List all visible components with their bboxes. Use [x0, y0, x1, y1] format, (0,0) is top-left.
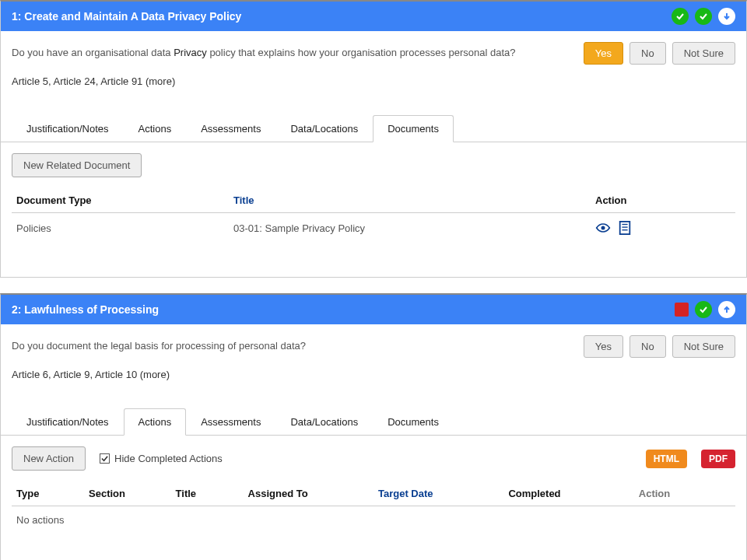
- answer-notsure-button[interactable]: Not Sure: [672, 42, 735, 65]
- tab-justification[interactable]: Justification/Notes: [12, 408, 124, 436]
- status-check-icon: [672, 8, 689, 25]
- answer-no-button[interactable]: No: [630, 335, 666, 358]
- table-row: Policies 03-01: Sample Privacy Policy: [12, 213, 735, 243]
- answer-notsure-button[interactable]: Not Sure: [672, 335, 735, 358]
- answer-no-button[interactable]: No: [630, 42, 666, 65]
- panel-2-tabs: Justification/Notes Actions Assessments …: [1, 408, 746, 436]
- panel-2: 2: Lawfulness of Processing Do you docum…: [0, 293, 747, 560]
- col-title: Title: [171, 481, 244, 506]
- col-section: Section: [84, 481, 171, 506]
- cell-doc-title: 03-01: Sample Privacy Policy: [229, 213, 591, 243]
- actions-table: Type Section Title Assigned To Target Da…: [12, 481, 735, 534]
- panel-1-header: 1: Create and Maintain A Data Privacy Po…: [1, 2, 746, 31]
- panel-1: 1: Create and Maintain A Data Privacy Po…: [0, 0, 747, 278]
- col-target-date[interactable]: Target Date: [374, 481, 503, 506]
- cell-doc-type: Policies: [12, 213, 229, 243]
- panel-1-question: Do you have an organisational data Priva…: [12, 42, 576, 61]
- panel-1-articles[interactable]: Article 5, Article 24, Article 91 (more): [12, 75, 735, 87]
- panel-1-tab-body: New Related Document Document Type Title…: [1, 142, 746, 277]
- panel-2-question: Do you document the legal basis for proc…: [12, 335, 576, 354]
- export-pdf-button[interactable]: PDF: [701, 450, 735, 468]
- status-alert-icon: [675, 303, 689, 317]
- svg-point-0: [601, 226, 605, 230]
- svg-rect-1: [620, 222, 630, 234]
- answer-yes-button[interactable]: Yes: [584, 335, 623, 358]
- tab-actions[interactable]: Actions: [124, 408, 187, 436]
- documents-table: Document Type Title Action Policies 03-0…: [12, 188, 735, 243]
- tab-assessments[interactable]: Assessments: [186, 408, 275, 436]
- empty-message: No actions: [12, 506, 735, 534]
- panel-2-articles[interactable]: Article 6, Article 9, Article 10 (more): [12, 369, 735, 380]
- checkbox-icon: [100, 453, 110, 464]
- export-html-button[interactable]: HTML: [646, 450, 687, 468]
- col-doc-type: Document Type: [12, 188, 229, 213]
- new-related-document-button[interactable]: New Related Document: [12, 153, 142, 177]
- view-icon[interactable]: [595, 222, 611, 233]
- panel-2-header-icons: [675, 301, 735, 318]
- panel-2-title: 2: Lawfulness of Processing: [12, 303, 675, 316]
- status-check-icon: [695, 301, 712, 318]
- panel-1-header-icons: [672, 8, 735, 25]
- panel-2-body: Do you document the legal basis for proc…: [1, 324, 746, 393]
- panel-2-header: 2: Lawfulness of Processing: [1, 295, 746, 324]
- panel-1-body: Do you have an organisational data Priva…: [1, 31, 746, 100]
- table-row-empty: No actions: [12, 506, 735, 534]
- col-type: Type: [12, 481, 84, 506]
- col-doc-title[interactable]: Title: [229, 188, 591, 213]
- panel-1-tabs: Justification/Notes Actions Assessments …: [1, 115, 746, 142]
- new-action-button[interactable]: New Action: [12, 446, 86, 471]
- question-text-pre: Do you have an organisational data: [12, 47, 174, 58]
- document-icon[interactable]: [619, 221, 631, 235]
- col-doc-action: Action: [591, 188, 735, 213]
- tab-justification[interactable]: Justification/Notes: [12, 115, 124, 142]
- collapse-up-icon[interactable]: [718, 301, 735, 318]
- question-text-post: policy that explains how your organisati…: [207, 47, 516, 58]
- panel-2-tab-body: New Action Hide Completed Actions HTML P…: [1, 436, 746, 560]
- tab-data-locations[interactable]: Data/Locations: [275, 408, 373, 436]
- answer-yes-button[interactable]: Yes: [584, 42, 623, 65]
- answer-buttons: Yes No Not Sure: [584, 335, 735, 358]
- tab-documents[interactable]: Documents: [373, 115, 454, 142]
- panel-1-title: 1: Create and Maintain A Data Privacy Po…: [12, 10, 672, 23]
- status-check-icon: [695, 8, 712, 25]
- hide-completed-checkbox[interactable]: Hide Completed Actions: [100, 453, 223, 464]
- tab-data-locations[interactable]: Data/Locations: [275, 115, 373, 142]
- col-action: Action: [634, 481, 735, 506]
- question-highlight: Privacy: [174, 47, 207, 58]
- answer-buttons: Yes No Not Sure: [584, 42, 735, 65]
- tab-documents[interactable]: Documents: [373, 408, 454, 436]
- tab-assessments[interactable]: Assessments: [186, 115, 275, 142]
- hide-completed-label: Hide Completed Actions: [114, 453, 223, 464]
- tab-actions[interactable]: Actions: [124, 115, 187, 142]
- col-assigned: Assigned To: [244, 481, 374, 506]
- collapse-down-icon[interactable]: [718, 8, 735, 25]
- col-completed: Completed: [503, 481, 633, 506]
